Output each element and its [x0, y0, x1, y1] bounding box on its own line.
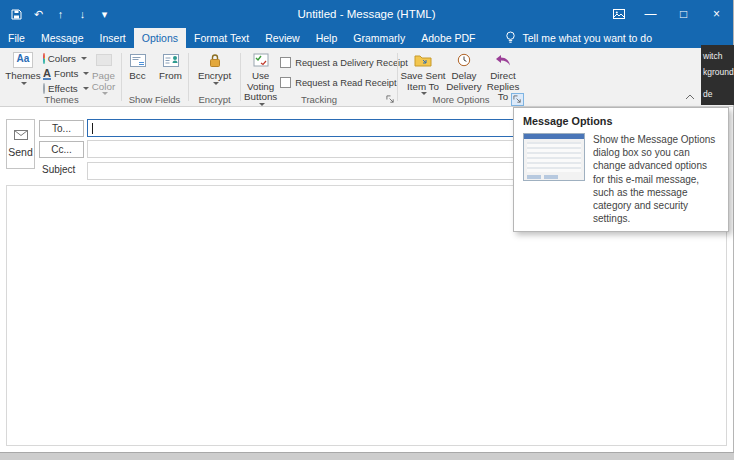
close-button[interactable]: ×: [700, 0, 733, 28]
next-item-icon[interactable]: ↓: [75, 6, 90, 22]
themes-icon: Aa: [13, 51, 33, 69]
page-color-icon: [96, 51, 112, 69]
lock-icon: [208, 51, 222, 69]
from-button[interactable]: From: [156, 48, 186, 82]
fonts-button[interactable]: A Fonts: [41, 67, 87, 80]
ribbon-group-encrypt: Encrypt Encrypt: [189, 48, 240, 106]
tell-me-label: Tell me what you want to do: [522, 32, 652, 44]
occluded-window-fragment: witch kground de: [701, 45, 734, 105]
maximize-button[interactable]: □: [667, 0, 700, 28]
voting-icon: [253, 51, 269, 69]
to-button[interactable]: To...: [39, 120, 84, 137]
window-bottom-edge: [0, 452, 734, 460]
from-icon: [163, 51, 179, 69]
colors-icon: [43, 53, 45, 64]
tab-grammarly[interactable]: Grammarly: [345, 28, 413, 48]
envelope-icon: [14, 130, 28, 142]
titlebar: ↶ ↑ ↓ ▾ Untitled - Message (HTML) — □ ×: [0, 0, 733, 28]
subject-label: Subject: [42, 164, 75, 175]
message-options-dialog-thumbnail: [523, 133, 585, 181]
undo-icon[interactable]: ↶: [31, 6, 46, 22]
checkbox-icon: [280, 57, 291, 68]
colors-button[interactable]: Colors: [41, 52, 87, 65]
save-icon[interactable]: [9, 6, 24, 22]
collapse-ribbon-icon[interactable]: [683, 92, 697, 102]
more-options-dialog-launcher-icon[interactable]: [511, 93, 524, 106]
ribbon-group-show-fields: Bcc From Show Fields: [122, 48, 187, 106]
tracking-dialog-launcher-icon[interactable]: [384, 93, 397, 106]
dropdown-arrow-icon: [21, 82, 27, 85]
folder-icon: [414, 51, 432, 69]
group-label-more-options: More Options: [398, 94, 524, 105]
request-delivery-receipt-checkbox[interactable]: Request a Delivery Receipt: [280, 57, 408, 68]
fonts-icon: A: [43, 68, 51, 80]
group-label-tracking: Tracking: [241, 94, 397, 105]
tab-options[interactable]: Options: [134, 28, 186, 48]
group-label-themes: Themes: [3, 94, 120, 105]
dropdown-arrow-icon: [213, 82, 219, 85]
checkbox-icon: [280, 77, 291, 88]
tab-review[interactable]: Review: [257, 28, 307, 48]
ribbon-tab-bar: File Message Insert Options Format Text …: [0, 28, 733, 48]
tab-format-text[interactable]: Format Text: [186, 28, 257, 48]
titlebar-image-icon[interactable]: [604, 0, 634, 28]
send-button[interactable]: Send: [6, 119, 35, 169]
tab-insert[interactable]: Insert: [92, 28, 134, 48]
cc-button[interactable]: Cc...: [39, 141, 84, 158]
tell-me-box[interactable]: Tell me what you want to do: [505, 28, 652, 48]
fragment-text: de: [703, 89, 712, 99]
minimize-button[interactable]: —: [634, 0, 667, 28]
group-label-show-fields: Show Fields: [122, 94, 187, 105]
encrypt-button[interactable]: Encrypt: [192, 48, 238, 85]
fragment-text: witch: [703, 51, 722, 61]
bcc-button[interactable]: Bcc: [124, 48, 152, 82]
reply-arrow-icon: [495, 51, 511, 69]
ribbon-group-more-options: Save Sent Item To Delay Delivery Direct …: [398, 48, 524, 106]
bcc-icon: [130, 51, 146, 69]
ribbon-group-tracking: Use Voting Buttons Request a Delivery Re…: [241, 48, 397, 106]
themes-button[interactable]: Aa Themes: [5, 48, 41, 95]
previous-item-icon[interactable]: ↑: [53, 6, 68, 22]
ribbon: Aa Themes Colors A Fonts: [0, 48, 733, 107]
tab-adobe-pdf[interactable]: Adobe PDF: [413, 28, 483, 48]
quick-access-toolbar: ↶ ↑ ↓ ▾: [0, 6, 112, 22]
ribbon-group-themes: Aa Themes Colors A Fonts: [3, 48, 120, 106]
page-color-button: Page Color: [87, 48, 120, 95]
group-label-encrypt: Encrypt: [189, 94, 240, 105]
message-options-tooltip: Message Options Show the Message Options…: [513, 107, 729, 232]
tooltip-body: Show the Message Options dialog box so y…: [593, 133, 719, 225]
tab-file[interactable]: File: [0, 28, 33, 48]
clock-icon: [457, 51, 471, 69]
fragment-text: kground: [703, 67, 734, 77]
tab-help[interactable]: Help: [308, 28, 346, 48]
tab-message[interactable]: Message: [33, 28, 92, 48]
effects-icon: [43, 83, 45, 94]
customize-qat-icon[interactable]: ▾: [97, 6, 112, 22]
tooltip-title: Message Options: [523, 115, 719, 127]
request-read-receipt-checkbox[interactable]: Request a Read Receipt: [280, 77, 408, 88]
lightbulb-icon: [505, 31, 516, 46]
